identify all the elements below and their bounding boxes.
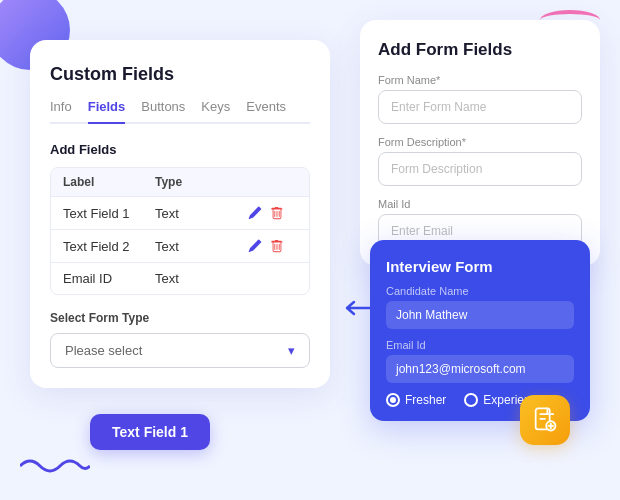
radio-fresher[interactable]: Fresher (386, 393, 446, 407)
tab-info[interactable]: Info (50, 99, 72, 124)
candidate-name-label: Candidate Name (386, 285, 574, 297)
candidate-name-input[interactable]: John Mathew (386, 301, 574, 329)
row-type: Text (155, 271, 247, 286)
interview-form-card: Interview Form Candidate Name John Mathe… (370, 240, 590, 421)
table-row: Text Field 1 Text (51, 196, 309, 229)
row-label: Email ID (63, 271, 155, 286)
tab-fields[interactable]: Fields (88, 99, 126, 124)
email-input[interactable]: john123@microsoft.com (386, 355, 574, 383)
document-icon-badge (520, 395, 570, 445)
table-row: Email ID Text (51, 262, 309, 294)
tab-buttons[interactable]: Buttons (141, 99, 185, 124)
form-name-label: Form Name* (378, 74, 582, 86)
arrow-icon (342, 298, 372, 322)
add-fields-label: Add Fields (50, 142, 310, 157)
custom-fields-title: Custom Fields (50, 64, 310, 85)
header-actions (247, 175, 297, 189)
text-field-badge: Text Field 1 (90, 414, 210, 450)
fields-table-header: Label Type (51, 168, 309, 196)
edit-icon[interactable] (247, 205, 263, 221)
row-type: Text (155, 239, 247, 254)
interview-form-title: Interview Form (386, 258, 574, 275)
radio-fresher-label: Fresher (405, 393, 446, 407)
form-description-label: Form Description* (378, 136, 582, 148)
email-label: Email Id (386, 339, 574, 351)
chevron-down-icon: ▾ (288, 343, 295, 358)
tab-keys[interactable]: Keys (201, 99, 230, 124)
row-actions (247, 238, 297, 254)
form-name-input[interactable]: Enter Form Name (378, 90, 582, 124)
fields-table: Label Type Text Field 1 Text Text Field … (50, 167, 310, 295)
mail-id-label: Mail Id (378, 198, 582, 210)
tabs-container: Info Fields Buttons Keys Events (50, 99, 310, 124)
row-actions (247, 205, 297, 221)
row-label: Text Field 2 (63, 239, 155, 254)
edit-icon[interactable] (247, 238, 263, 254)
delete-icon[interactable] (269, 238, 285, 254)
header-type: Type (155, 175, 247, 189)
delete-icon[interactable] (269, 205, 285, 221)
add-form-title: Add Form Fields (378, 40, 582, 60)
row-type: Text (155, 206, 247, 221)
radio-circle-experience (464, 393, 478, 407)
form-description-input[interactable]: Form Description (378, 152, 582, 186)
select-placeholder: Please select (65, 343, 142, 358)
select-form-type-label: Select Form Type (50, 311, 310, 325)
tab-events[interactable]: Events (246, 99, 286, 124)
header-label: Label (63, 175, 155, 189)
table-row: Text Field 2 Text (51, 229, 309, 262)
radio-circle-fresher (386, 393, 400, 407)
row-label: Text Field 1 (63, 206, 155, 221)
wave-decoration (20, 456, 90, 480)
add-form-fields-card: Add Form Fields Form Name* Enter Form Na… (360, 20, 600, 266)
custom-fields-card: Custom Fields Info Fields Buttons Keys E… (30, 40, 330, 388)
select-form-type-dropdown[interactable]: Please select ▾ (50, 333, 310, 368)
